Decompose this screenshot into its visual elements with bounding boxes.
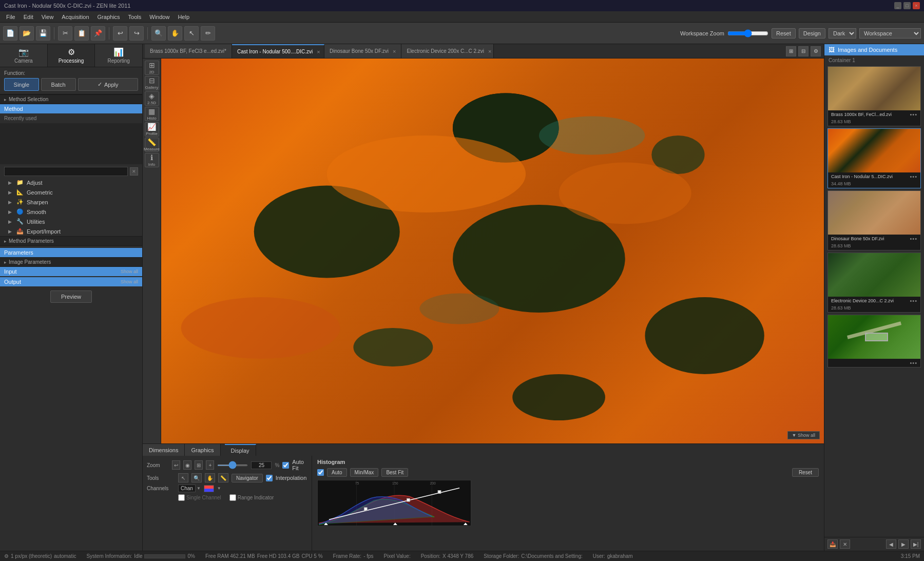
- thumb-brass[interactable]: Brass 1000x BF, FeCl...ed.zvi ••• 28.63 …: [827, 66, 921, 126]
- tool-measure-btn[interactable]: 📏: [218, 473, 228, 482]
- tree-item-geometric[interactable]: ▶ 📐 Geometric: [0, 187, 142, 197]
- histogram-auto-checkbox[interactable]: [317, 469, 324, 476]
- tab-bone-close[interactable]: ×: [393, 48, 396, 54]
- menu-help[interactable]: Help: [174, 13, 194, 21]
- copy-btn[interactable]: 📋: [74, 26, 89, 41]
- tab-bone[interactable]: Dinosaur Bone 50x DF.zvi ×: [324, 44, 402, 58]
- paste-btn[interactable]: 📌: [91, 26, 105, 41]
- close-btn[interactable]: ×: [913, 2, 920, 9]
- single-btn[interactable]: Single: [4, 78, 39, 91]
- view-profile-btn[interactable]: 📈 Profile: [145, 122, 159, 137]
- search-clear-btn[interactable]: ✕: [130, 167, 138, 176]
- brass-menu[interactable]: •••: [910, 111, 917, 118]
- electronic-menu[interactable]: •••: [910, 298, 917, 304]
- new-btn[interactable]: 📄: [3, 26, 17, 41]
- select-btn[interactable]: ↖: [184, 26, 199, 41]
- zoom-100-btn[interactable]: ◉: [183, 460, 191, 470]
- range-indicator-checkbox[interactable]: [229, 494, 236, 501]
- menu-graphics[interactable]: Graphics: [93, 13, 124, 21]
- menu-tools[interactable]: Tools: [124, 13, 146, 21]
- preview-btn[interactable]: Preview: [50, 291, 92, 303]
- menu-view[interactable]: View: [37, 13, 58, 21]
- tab-processing[interactable]: ⚙ Processing: [48, 44, 95, 67]
- zoom-btn[interactable]: 🔍: [151, 26, 166, 41]
- zoom-in-btn[interactable]: +: [206, 460, 214, 470]
- thumb-bone[interactable]: Dinosaur Bone 50x DF.zvi ••• 28.63 MB: [827, 190, 921, 250]
- view-info-btn[interactable]: ℹ Info: [145, 153, 159, 167]
- minimize-btn[interactable]: _: [894, 2, 901, 9]
- tab-camera[interactable]: 📷 Camera: [0, 44, 48, 67]
- view-measure-btn[interactable]: 📏 Measure: [145, 138, 159, 152]
- thumb-electronic[interactable]: Electronic Device 200...C 2.zvi ••• 28.6…: [827, 253, 921, 313]
- tab-cast-iron[interactable]: Cast Iron - Nodular 500....DIC.zvi ×: [232, 44, 324, 58]
- output-bar[interactable]: Output Show all: [0, 277, 142, 286]
- view-2d-btn[interactable]: ⊞ 2D: [145, 61, 159, 75]
- apply-btn[interactable]: ✓ Apply: [78, 78, 139, 91]
- thumb-cast-iron[interactable]: Cast Iron - Nodular 5...DIC.zvi ••• 34.4…: [827, 128, 921, 188]
- menu-file[interactable]: File: [2, 13, 20, 21]
- rpf-last-btn[interactable]: ▶|: [911, 539, 921, 549]
- settings-btn[interactable]: ⚙: [811, 46, 821, 56]
- undo-btn[interactable]: ↩: [113, 26, 127, 41]
- tab-reporting[interactable]: 📊 Reporting: [95, 44, 142, 67]
- view-25d-btn[interactable]: ◈ 2.5D: [145, 91, 159, 106]
- workspace-zoom-slider[interactable]: [727, 29, 768, 37]
- layout-btn[interactable]: ⊟: [798, 46, 808, 56]
- search-input[interactable]: [4, 167, 128, 176]
- menu-acquisition[interactable]: Acquisition: [57, 13, 93, 21]
- output-show-all[interactable]: Show all: [121, 279, 138, 284]
- rpf-prev-btn[interactable]: ◀: [886, 539, 896, 549]
- tree-item-smooth[interactable]: ▶ 🔵 Smooth: [0, 207, 142, 217]
- aerial-menu[interactable]: •••: [910, 360, 917, 366]
- tab-brass[interactable]: Brass 1000x BF, FeCl3 e...ed.zvi*: [145, 44, 232, 58]
- zoom-fit-btn[interactable]: ⊞: [195, 460, 203, 470]
- bone-menu[interactable]: •••: [910, 236, 917, 242]
- tab-electronic-close[interactable]: ×: [488, 48, 491, 54]
- tab-electronic[interactable]: Electronic Device 200x C...C 2.zvi ×: [401, 44, 494, 58]
- input-show-all[interactable]: Show all: [121, 269, 138, 274]
- autofit-checkbox[interactable]: [282, 462, 289, 469]
- tab-cast-iron-close[interactable]: ×: [317, 49, 320, 55]
- save-btn[interactable]: 💾: [36, 26, 50, 41]
- zoom-input[interactable]: [251, 461, 272, 469]
- view-gallery-btn[interactable]: ⊟ Gallery: [145, 76, 159, 90]
- method-bar[interactable]: Method: [0, 104, 142, 113]
- tree-item-adjust[interactable]: ▶ 📁 Adjust: [0, 178, 142, 187]
- tree-item-sharpen[interactable]: ▶ ✨ Sharpen: [0, 197, 142, 207]
- design-btn[interactable]: Design: [799, 28, 825, 38]
- tool-select-btn[interactable]: ↖: [178, 473, 188, 482]
- theme-select[interactable]: Dark: [829, 28, 856, 38]
- hist-reset-btn[interactable]: Reset: [792, 468, 819, 477]
- draw-btn[interactable]: ✏: [201, 26, 215, 41]
- menu-edit[interactable]: Edit: [20, 13, 37, 21]
- rpf-import-btn[interactable]: 📥: [827, 539, 838, 549]
- rpf-delete-btn[interactable]: ✕: [840, 539, 850, 549]
- bottom-tab-dimensions[interactable]: Dimensions: [143, 444, 185, 456]
- pan-btn[interactable]: ✋: [168, 26, 182, 41]
- maximize-btn[interactable]: □: [903, 2, 911, 9]
- view-histo-btn[interactable]: ▦ Histo: [145, 107, 159, 121]
- zoom-out-btn[interactable]: ↩: [172, 460, 180, 470]
- cast-menu[interactable]: •••: [910, 173, 917, 180]
- tool-zoom-btn[interactable]: 🔍: [191, 473, 202, 482]
- parameters-bar[interactable]: Parameters: [0, 248, 142, 257]
- bottom-tab-graphics[interactable]: Graphics: [185, 444, 220, 456]
- open-btn[interactable]: 📂: [20, 26, 34, 41]
- grid-view-btn[interactable]: ⊞: [786, 46, 796, 56]
- tree-item-export[interactable]: ▶ 📤 Export/Import: [0, 226, 142, 236]
- show-all-btn[interactable]: ▼ Show all: [787, 431, 820, 439]
- hist-bestfit-btn[interactable]: Best Fit: [381, 468, 408, 477]
- bottom-tab-display[interactable]: Display: [225, 444, 256, 456]
- reset-btn[interactable]: Reset: [772, 28, 796, 38]
- thumb-aerial[interactable]: •••: [827, 315, 921, 367]
- tool-pan-btn[interactable]: ✋: [205, 473, 215, 482]
- zoom-slider[interactable]: [217, 465, 248, 466]
- hist-auto-btn[interactable]: Auto: [327, 468, 347, 477]
- interpolation-checkbox[interactable]: [266, 475, 273, 481]
- navigator-btn[interactable]: Navigator: [232, 474, 263, 482]
- input-bar[interactable]: Input Show all: [0, 267, 142, 276]
- single-channel-checkbox[interactable]: [178, 494, 185, 501]
- hist-minmax-btn[interactable]: Min/Max: [350, 468, 379, 477]
- cut-btn[interactable]: ✂: [58, 26, 72, 41]
- channel-dropdown[interactable]: Chan ▼: [178, 485, 201, 492]
